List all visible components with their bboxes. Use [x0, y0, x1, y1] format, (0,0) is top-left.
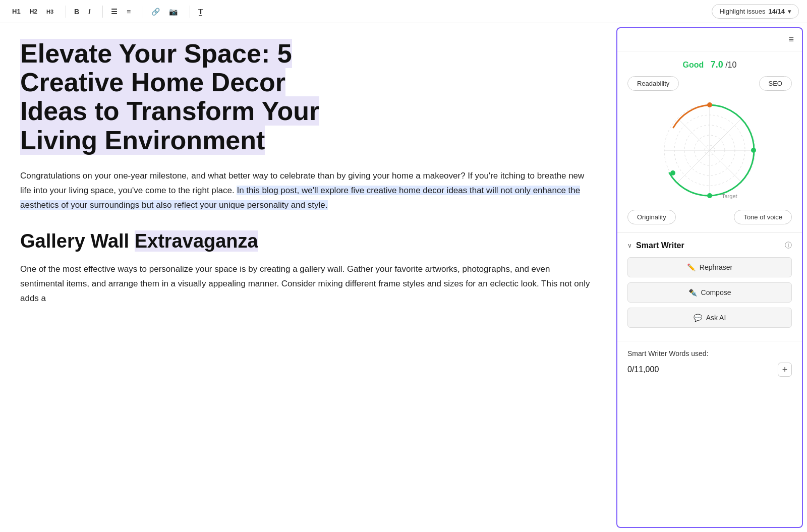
title-highlight-3: Ideas to Transform Your [20, 96, 319, 126]
smart-writer-section: ∨ Smart Writer ⓘ ✏️ Rephraser ✒️ Compose… [617, 232, 802, 341]
list-group: ☰ ≡ [107, 5, 135, 19]
info-icon[interactable]: ⓘ [785, 241, 792, 250]
italic-button[interactable]: I [84, 5, 94, 19]
ask-ai-label: Ask AI [706, 314, 726, 322]
editor-toolbar: H1 H2 H3 B I ☰ ≡ 🔗 📷 T̲ Highlight issues… [0, 0, 807, 23]
smart-writer-title-group: ∨ Smart Writer [627, 241, 684, 250]
ask-ai-icon: 💬 [694, 314, 702, 322]
link-button[interactable]: 🔗 [147, 5, 164, 19]
highlight-issues-button[interactable]: Highlight issues 14/14 ▾ [712, 4, 799, 19]
svg-text:Target: Target [722, 193, 737, 199]
main-layout: Elevate Your Space: 5 Creative Home Deco… [0, 23, 807, 532]
bold-button[interactable]: B [70, 5, 83, 19]
ask-ai-button[interactable]: 💬 Ask AI [627, 308, 792, 328]
editor-area[interactable]: Elevate Your Space: 5 Creative Home Deco… [0, 23, 616, 532]
score-section: Good 7.0 /10 Readability SEO [617, 51, 802, 232]
highlight-label: Highlight issues [719, 8, 765, 15]
ordered-list-button[interactable]: ≡ [123, 5, 135, 19]
originality-button[interactable]: Originality [627, 210, 676, 224]
compose-icon: ✒️ [688, 288, 697, 297]
h1-button[interactable]: H1 [8, 5, 25, 18]
divider-3 [143, 6, 143, 18]
title-highlight-4: Living Environment [20, 126, 265, 155]
link-group: 🔗 📷 [147, 5, 182, 19]
unordered-list-button[interactable]: ☰ [107, 5, 122, 19]
seo-button[interactable]: SEO [759, 76, 792, 91]
words-section: Smart Writer Words used: 0/11,000 + [617, 341, 802, 385]
h3-button[interactable]: H3 [42, 6, 57, 18]
smart-writer-header: ∨ Smart Writer ⓘ [627, 241, 792, 250]
article-body-2: One of the most effective ways to person… [20, 262, 596, 306]
rephraser-button[interactable]: ✏️ Rephraser [627, 257, 792, 277]
title-highlight-2: Creative Home Decor [20, 68, 285, 97]
heading-group: H1 H2 H3 [8, 5, 57, 18]
compose-label: Compose [701, 288, 731, 297]
format-group: B I [70, 5, 94, 19]
chevron-down-icon: ▾ [788, 8, 791, 15]
sidebar-header: ≡ [617, 28, 802, 51]
section-heading-highlight: Extravaganza [135, 230, 258, 252]
tone-of-voice-button[interactable]: Tone of voice [734, 210, 792, 224]
readability-button[interactable]: Readability [627, 76, 679, 91]
words-count: 0/11,000 [627, 365, 659, 374]
svg-point-9 [707, 102, 712, 107]
rephraser-label: Rephraser [700, 263, 732, 271]
score-good-label: Good [683, 61, 704, 69]
words-counter: 0/11,000 + [627, 363, 792, 377]
radar-chart: Target [654, 95, 765, 206]
divider-2 [102, 6, 103, 18]
divider-4 [190, 6, 190, 18]
title-highlight-1: Elevate Your Space: 5 [20, 39, 292, 68]
rephraser-icon: ✏️ [687, 263, 696, 271]
image-button[interactable]: 📷 [165, 5, 182, 19]
highlight-count: 14/14 [768, 8, 785, 15]
svg-point-12 [670, 170, 675, 175]
sidebar-panel: ≡ Good 7.0 /10 Readability SEO [616, 27, 803, 528]
article-body-1: Congratulations on your one-year milesto… [20, 169, 596, 213]
clear-format-button[interactable]: T̲ [194, 5, 207, 19]
divider-1 [66, 6, 66, 18]
smart-writer-title: Smart Writer [636, 241, 684, 250]
radar-bottom-buttons: Originality Tone of voice [627, 210, 792, 224]
score-label: Good 7.0 /10 [683, 60, 737, 70]
svg-point-11 [707, 193, 712, 198]
score-total: /10 [725, 61, 736, 69]
words-add-button[interactable]: + [778, 363, 792, 377]
score-number: 7.0 [711, 60, 723, 70]
compose-button[interactable]: ✒️ Compose [627, 282, 792, 303]
words-label: Smart Writer Words used: [627, 349, 792, 358]
h2-button[interactable]: H2 [26, 5, 41, 18]
radar-top-buttons: Readability SEO [627, 76, 792, 91]
collapse-icon[interactable]: ∨ [627, 242, 632, 249]
svg-point-10 [751, 148, 756, 153]
article-title: Elevate Your Space: 5 Creative Home Deco… [20, 39, 596, 155]
section-1-heading: Gallery Wall Extravaganza [20, 230, 596, 252]
section-heading-normal: Gallery Wall [20, 230, 135, 252]
menu-icon[interactable]: ≡ [788, 34, 794, 45]
